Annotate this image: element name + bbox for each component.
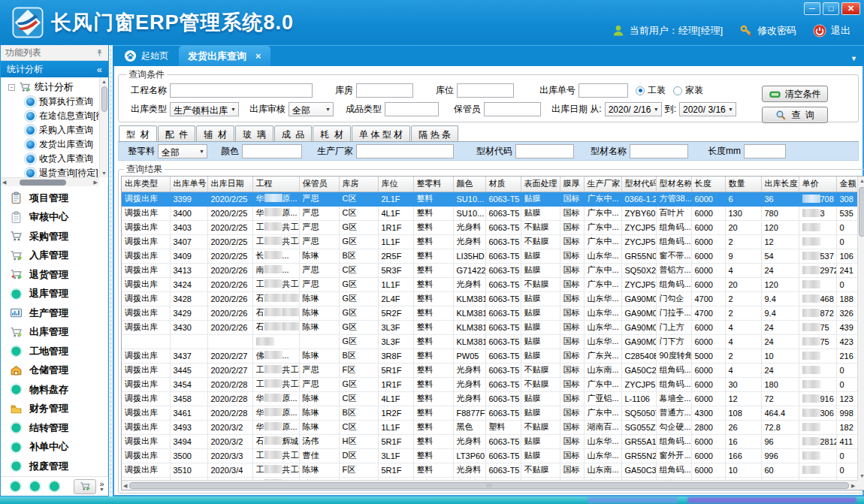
more-chevron[interactable]: »▼ — [99, 481, 104, 493]
manufacturer-input[interactable] — [356, 144, 454, 158]
table-row[interactable]: 调拨出库34092020/2/25长...陈琳B区2R5F整料LI35HD606… — [122, 249, 864, 263]
sidebar-item-生产管理[interactable]: 生产管理 — [1, 303, 107, 323]
table-row[interactable]: 调拨出库35102020/3/4工共工程陈琳F区5R1F整料光身料6063-T5… — [122, 463, 864, 477]
material-tab-配件[interactable]: 配 件 — [158, 125, 196, 141]
table-row[interactable]: 调拨出库34032020/2/25工共工程严思G区1R1F整料光身料6063-T… — [122, 220, 864, 234]
column-header-型材名称[interactable]: 型材名称 — [656, 177, 691, 192]
sidebar-item-补单中心[interactable]: 补单中心 — [1, 438, 107, 457]
name-input[interactable] — [630, 144, 688, 158]
project-name-input[interactable] — [170, 83, 313, 98]
table-row[interactable]: 调拨出库34372020/2/27佛...陈琳B区3R8F整料PW056063-… — [122, 349, 864, 363]
sidebar-section-header[interactable]: 统计分析 « — [1, 61, 108, 77]
sidebar-item-仓储管理[interactable]: 仓储管理 — [1, 361, 107, 381]
quick-dot-icon[interactable] — [50, 481, 59, 491]
sidebar-item-报废管理[interactable]: 报废管理 — [1, 457, 107, 476]
column-header-保管员[interactable]: 保管员 — [299, 177, 339, 192]
table-row[interactable]: 调拨出库34072020/2/25工共工程严思G区1L1F整料光身料6063-T… — [122, 234, 864, 249]
radio-home[interactable]: 家装 — [673, 84, 703, 97]
maximize-button[interactable]: □ — [823, 2, 839, 15]
tree-item-采购入库查询[interactable]: 采购入库查询 — [1, 123, 108, 137]
table-row[interactable]: 调拨出库35002020/3/3工共工程曹佳D区3L1F整料LT3P606063… — [122, 448, 864, 463]
sidebar-item-工地管理[interactable]: 工地管理 — [1, 342, 107, 361]
column-header-出库类型[interactable]: 出库类型 — [122, 177, 170, 192]
quick-dot-icon[interactable] — [11, 481, 20, 491]
grid-vscroll-thumb[interactable] — [859, 187, 864, 237]
part-select[interactable]: 全部 — [158, 144, 207, 158]
scroll-down-icon[interactable]: ▼ — [859, 472, 864, 480]
tab-home[interactable]: 起始页 — [115, 46, 177, 66]
column-header-出库单号[interactable]: 出库单号 — [170, 177, 207, 192]
sidebar-item-入库管理[interactable]: 入库管理 — [1, 246, 107, 266]
grid-hscroll-thumb[interactable] — [129, 482, 849, 489]
material-tab-隔热条[interactable]: 隔 热 条 — [411, 125, 458, 141]
sidebar-item-审核中心[interactable]: 审核中心 — [1, 208, 107, 228]
grid-vertical-scrollbar[interactable]: ▲ ▼ — [857, 177, 864, 480]
quick-cart-button[interactable] — [74, 479, 96, 494]
keeper-input[interactable] — [484, 102, 541, 116]
tree-root-node[interactable]: - 统计分析 — [1, 80, 108, 95]
quick-dot-icon[interactable] — [30, 481, 40, 491]
code-input[interactable] — [515, 144, 574, 158]
pin-icon[interactable] — [95, 49, 104, 57]
table-row[interactable]: 调拨出库34132020/2/26南...严思C区5R3F整料G71422606… — [122, 263, 864, 277]
close-button[interactable]: ✕ — [841, 2, 860, 15]
change-password-link[interactable]: 修改密码 — [757, 24, 796, 38]
clear-conditions-button[interactable]: 清空条件 — [762, 86, 828, 102]
color-input[interactable] — [242, 144, 302, 158]
product-type-input[interactable] — [385, 102, 439, 116]
column-header-颜色[interactable]: 颜色 — [453, 177, 485, 192]
table-row[interactable]: 调拨出库34612020/2/28华原...陈琳B区1R2F整料F8877FT6… — [122, 406, 864, 420]
scroll-left-icon[interactable]: ◀ — [2, 178, 6, 186]
date-from-picker[interactable]: 2020/ 2/16 — [605, 102, 662, 116]
sidebar-item-物料盘存[interactable]: 物料盘存 — [1, 380, 107, 400]
sidebar-item-出库管理[interactable]: 出库管理 — [1, 323, 107, 343]
column-header-库位[interactable]: 库位 — [378, 177, 413, 192]
column-header-出库日期[interactable]: 出库日期 — [207, 177, 252, 192]
sidebar-item-财务管理[interactable]: 财务管理 — [1, 400, 107, 419]
material-tab-型材[interactable]: 型 材 — [119, 125, 157, 141]
column-header-型材代码[interactable]: 型材代码 — [621, 177, 656, 192]
table-row[interactable]: 调拨出库34242020/2/26工共工程严思G区1L1F整料光身料6063-T… — [122, 277, 864, 291]
audit-select[interactable]: 全部 — [289, 102, 334, 116]
scroll-right-icon[interactable]: ▶ — [94, 178, 98, 186]
date-to-picker[interactable]: 2020/ 3/16 — [679, 102, 736, 116]
column-header-材质[interactable]: 材质 — [485, 177, 521, 192]
scroll-left-icon[interactable]: ◀ — [123, 481, 127, 490]
tree-expander-icon[interactable]: - — [8, 84, 15, 91]
tree-item-发货出库查询[interactable]: 发货出库查询 — [1, 137, 108, 152]
tree-horizontal-scrollbar[interactable]: ◀ ▶ — [1, 177, 99, 186]
grid-horizontal-scrollbar[interactable]: ◀ ▶ — [122, 480, 857, 490]
material-tab-耗材[interactable]: 耗 材 — [313, 125, 351, 141]
column-header-表面处理[interactable]: 表面处理 — [521, 177, 560, 192]
column-header-生产厂家[interactable]: 生产厂家 — [584, 177, 621, 192]
table-row[interactable]: 调拨出库34942020/3/2石辉城汤伟H区5R1F整料光身料6063-T5贴… — [122, 434, 864, 448]
table-row[interactable]: 调拨出库34282020/2/26石城陈琳G区2L4F整料KLM38176063… — [122, 291, 864, 306]
location-input[interactable] — [457, 83, 514, 98]
column-header-出库长度[interactable]: 出库长度 — [761, 177, 799, 192]
logout-link[interactable]: 退出 — [831, 24, 850, 38]
material-tab-玻璃[interactable]: 玻 璃 — [235, 125, 273, 141]
tab-close-icon[interactable]: × — [255, 51, 261, 61]
scroll-up-icon[interactable]: ▲ — [101, 77, 107, 86]
sidebar-item-退库管理[interactable]: 退库管理 — [1, 285, 107, 304]
column-header-工程[interactable]: 工程 — [252, 177, 299, 192]
tab-list-caret-icon[interactable]: ▼ — [850, 55, 857, 62]
table-row[interactable]: G区3L3F整料KLM38176063-T5贴膜国标山东华...GA90M09.… — [122, 334, 864, 349]
sidebar-item-采购管理[interactable]: 采购管理 — [1, 227, 107, 246]
sidebar-item-结转管理[interactable]: 结转管理 — [1, 418, 107, 438]
scroll-right-icon[interactable]: ▶ — [851, 481, 855, 490]
warehouse-input[interactable] — [356, 83, 413, 98]
column-header-单价[interactable]: 单价 — [799, 177, 836, 192]
column-header-长度[interactable]: 长度 — [691, 177, 725, 192]
material-tab-辅材[interactable]: 辅 材 — [196, 125, 234, 141]
sidebar-item-退货管理[interactable]: 退货管理 — [1, 265, 107, 285]
tree-item-在途信息查询[待[interactable]: 在途信息查询[待 — [1, 109, 108, 123]
table-row[interactable]: 调拨出库34302020/2/26石城陈琳G区3L3F整料KLM38176063… — [122, 320, 864, 334]
length-input[interactable] — [744, 144, 786, 158]
radio-industrial[interactable]: 工装 — [636, 84, 666, 97]
column-header-库房[interactable]: 库房 — [339, 177, 378, 192]
table-row[interactable]: 调拨出库34542020/2/28工共工程严思G区1R1F整料光身料6063-T… — [122, 377, 864, 391]
column-header-整零料[interactable]: 整零料 — [413, 177, 453, 192]
column-header-膜厚[interactable]: 膜厚 — [560, 177, 584, 192]
table-row[interactable]: 调拨出库34582020/2/28华原...陈琳C区4L1F整料光身料6063-… — [122, 391, 864, 406]
